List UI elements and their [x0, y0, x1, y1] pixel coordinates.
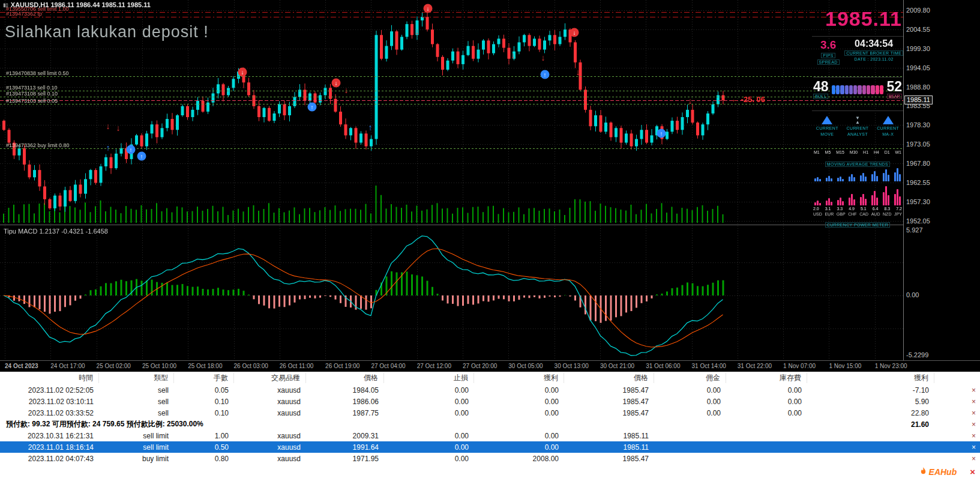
price-distance-label: ← -25. 06 — [731, 95, 765, 104]
brand-row: EAHub × — [919, 467, 975, 477]
table-cell: xauusd — [234, 386, 306, 395]
table-cell: 1971.95 — [306, 455, 384, 463]
table-cell: 1.00 — [174, 432, 234, 440]
broker-time: 04:34:54 — [855, 38, 893, 49]
signal-column: ▼▲CURRENTANALYST — [843, 116, 873, 136]
timeframe-label: M5 — [825, 150, 831, 154]
time-axis-label: 26 Oct 19:00 — [325, 363, 359, 369]
sell-arrow-icon: ↓ — [576, 68, 580, 76]
gauge-segment — [862, 85, 866, 94]
signal-label: CURRENT — [816, 126, 838, 130]
terminal-panel: 時間類型手數交易品種價格止損獲利價格佣金庫存費獲利2023.11.02 02:5… — [0, 371, 980, 490]
price-axis-label: 1967.80 — [906, 160, 930, 167]
terminal-header-row: 時間類型手數交易品種價格止損獲利價格佣金庫存費獲利 — [0, 372, 980, 384]
table-cell: 22.80 — [807, 409, 934, 417]
column-header: 交易品種 — [234, 373, 306, 383]
buy-arrow-icon: ↑ — [541, 70, 550, 79]
time-axis-label: 25 Oct 10:00 — [142, 363, 176, 369]
time-axis-label: 27 Oct 20:00 — [463, 363, 497, 369]
buy-arrow-icon: ↑ — [368, 123, 373, 132]
close-order-icon[interactable]: × — [934, 432, 980, 440]
table-cell: sell — [99, 386, 174, 395]
brand-text: EAHub — [929, 467, 957, 477]
table-cell: sell — [99, 398, 174, 406]
position-row[interactable]: 2023.11.02 02:52:05sell0.05xauusd1984.05… — [0, 384, 980, 396]
price-axis-label: 2004.55 — [906, 26, 930, 33]
sell-arrow-icon: ↓ — [541, 53, 546, 62]
time-axis-label: 1 Nov 15:00 — [829, 363, 861, 369]
sell-arrow-icon: ↓ — [424, 4, 433, 13]
table-cell: 0.00 — [384, 409, 474, 417]
sell-arrow-icon: ↓ — [332, 79, 341, 88]
order-row[interactable]: 2023.10.31 16:21:31sell limit1.00xauusd2… — [0, 430, 980, 441]
time-axis-label: 31 Oct 06:00 — [646, 363, 680, 369]
table-cell: sell — [99, 409, 174, 417]
time-axis-label: 24 Oct 17:00 — [50, 363, 85, 369]
sell-arrow-icon: ↓ — [116, 124, 121, 132]
timeframe-label: M15 — [836, 150, 844, 154]
close-order-icon[interactable]: × — [934, 443, 980, 452]
table-cell: 2009.31 — [306, 432, 384, 440]
table-cell: 0.00 — [384, 386, 474, 395]
currency-power-bar-group — [883, 186, 889, 205]
table-cell: 0.00 — [654, 398, 726, 406]
table-cell: 2023.11.02 04:07:43 — [0, 455, 99, 463]
spread-label: SPREAD — [817, 59, 840, 65]
currency-power-value: 2.0 — [813, 207, 819, 211]
ma-trend-bar-group — [837, 177, 844, 181]
position-row[interactable]: 2023.11.02 03:10:11sell0.10xauusd1986.06… — [0, 396, 980, 407]
table-cell: 0.80 — [174, 455, 234, 463]
bear-count: 52 — [886, 80, 902, 93]
up-triangle-icon — [822, 116, 832, 124]
sell-arrow-icon: ↓ — [688, 97, 693, 105]
currency-power-bar-group — [814, 201, 821, 205]
time-axis-label: 31 Oct 22:00 — [738, 363, 772, 369]
date-label: DATE : 2023.11.02 — [854, 57, 893, 61]
up-triangle-icon — [883, 116, 894, 124]
table-cell: 0.00 — [654, 386, 726, 395]
ma-trend-bar-group — [826, 176, 832, 181]
buy-arrow-icon: ↑ — [127, 145, 136, 154]
trade-table: 時間類型手數交易品種價格止損獲利價格佣金庫存費獲利2023.11.02 02:5… — [0, 372, 980, 464]
currency-power-bar-group — [837, 198, 844, 205]
gauge-segment — [845, 85, 849, 94]
timeframe-label: D1 — [885, 150, 890, 154]
column-header: 獲利 — [807, 373, 934, 383]
price-chart-canvas[interactable] — [0, 0, 903, 360]
order-row[interactable]: 2023.11.02 04:07:43buy limit0.80xauusd19… — [0, 453, 980, 464]
chart-icon: ▮▯ — [3, 2, 8, 8]
table-cell: 0.00 — [384, 455, 474, 463]
currency-label: JPY — [894, 212, 902, 216]
currency-power-bar-group — [849, 194, 855, 205]
table-cell: 2023.11.02 03:10:11 — [0, 398, 99, 406]
close-order-icon[interactable]: × — [934, 409, 980, 417]
table-cell: 0.00 — [384, 443, 474, 452]
table-cell: 0.05 — [174, 386, 234, 395]
close-order-icon[interactable]: × — [934, 455, 980, 463]
time-axis-label: 27 Oct 12:00 — [417, 363, 451, 369]
currency-label: CHF — [848, 212, 856, 216]
table-cell: sell limit — [99, 432, 174, 440]
time-axis-label: 1 Nov 07:00 — [783, 363, 816, 369]
order-row[interactable]: 2023.11.01 18:16:14sell limit0.50xauusd1… — [0, 441, 980, 453]
price-axis[interactable]: 2009.802004.551999.301994.051988.801983.… — [903, 0, 980, 371]
table-cell: 0.00 — [474, 443, 564, 452]
ma-trend-bar-group — [860, 173, 867, 181]
close-order-icon[interactable]: × — [934, 386, 980, 395]
gauge-segment — [853, 85, 857, 94]
signal-label: MOVE — [820, 132, 834, 136]
close-order-icon[interactable]: × — [934, 420, 980, 429]
buy-arrow-icon: ↑ — [106, 144, 110, 152]
time-axis-label: 26 Oct 11:00 — [280, 363, 314, 369]
table-cell: 2023.11.02 03:33:52 — [0, 409, 99, 417]
price-axis-label: 1973.05 — [906, 141, 930, 148]
pips-label: PIPS — [821, 53, 835, 58]
buy-arrow-icon: ↑ — [137, 152, 146, 161]
close-icon[interactable]: × — [970, 467, 975, 477]
table-cell: xauusd — [234, 398, 306, 406]
close-order-icon[interactable]: × — [934, 398, 980, 406]
position-row[interactable]: 2023.11.02 03:33:52sell0.10xauusd1987.75… — [0, 407, 980, 419]
time-axis[interactable]: 24 Oct 202324 Oct 17:0025 Oct 02:0025 Oc… — [0, 360, 980, 372]
table-cell: xauusd — [234, 409, 306, 417]
ma-trend-bar-group — [871, 171, 878, 181]
